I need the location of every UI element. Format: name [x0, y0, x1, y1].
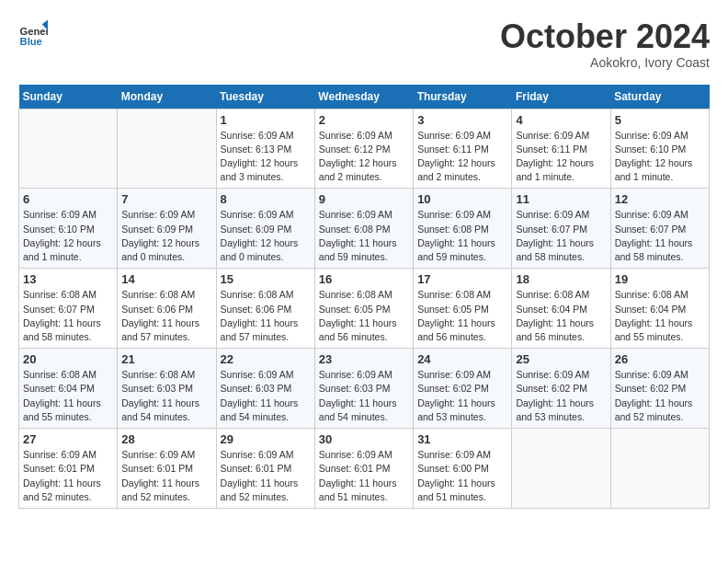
day-number: 3: [417, 113, 507, 127]
day-number: 24: [417, 352, 507, 366]
calendar-day-cell: [19, 109, 118, 189]
calendar-day-cell: 20Sunrise: 6:08 AM Sunset: 6:04 PM Dayli…: [19, 349, 118, 429]
day-info: Sunrise: 6:09 AM Sunset: 6:03 PM Dayligh…: [221, 368, 311, 424]
day-of-week-header: Thursday: [414, 85, 512, 109]
day-info: Sunrise: 6:08 AM Sunset: 6:06 PM Dayligh…: [121, 288, 211, 344]
calendar-day-cell: [610, 429, 709, 509]
day-number: 8: [221, 192, 311, 206]
location-subtitle: Aokokro, Ivory Coast: [500, 55, 710, 70]
day-number: 18: [516, 272, 606, 286]
day-number: 11: [516, 192, 606, 206]
calendar-day-cell: 29Sunrise: 6:09 AM Sunset: 6:01 PM Dayli…: [216, 429, 314, 509]
day-number: 4: [516, 113, 606, 127]
day-number: 2: [319, 113, 409, 127]
day-info: Sunrise: 6:09 AM Sunset: 6:07 PM Dayligh…: [615, 208, 705, 264]
day-number: 7: [121, 192, 211, 206]
logo: General Blue: [18, 18, 48, 48]
day-number: 29: [221, 432, 311, 446]
day-info: Sunrise: 6:09 AM Sunset: 6:02 PM Dayligh…: [417, 368, 507, 424]
day-info: Sunrise: 6:09 AM Sunset: 6:09 PM Dayligh…: [221, 208, 311, 264]
calendar-day-cell: 7Sunrise: 6:09 AM Sunset: 6:09 PM Daylig…: [118, 189, 216, 269]
day-info: Sunrise: 6:09 AM Sunset: 6:01 PM Dayligh…: [319, 448, 409, 504]
calendar-day-cell: 25Sunrise: 6:09 AM Sunset: 6:02 PM Dayli…: [512, 349, 610, 429]
calendar-day-cell: 22Sunrise: 6:09 AM Sunset: 6:03 PM Dayli…: [216, 349, 314, 429]
day-info: Sunrise: 6:09 AM Sunset: 6:11 PM Dayligh…: [516, 129, 606, 185]
calendar-day-cell: 31Sunrise: 6:09 AM Sunset: 6:00 PM Dayli…: [414, 429, 512, 509]
calendar-day-cell: 3Sunrise: 6:09 AM Sunset: 6:11 PM Daylig…: [414, 109, 512, 189]
calendar-day-cell: 13Sunrise: 6:08 AM Sunset: 6:07 PM Dayli…: [19, 269, 118, 349]
calendar-day-cell: 9Sunrise: 6:09 AM Sunset: 6:08 PM Daylig…: [314, 189, 413, 269]
svg-text:Blue: Blue: [20, 36, 42, 47]
day-info: Sunrise: 6:09 AM Sunset: 6:03 PM Dayligh…: [319, 368, 409, 424]
day-number: 5: [615, 113, 705, 127]
day-number: 27: [23, 432, 113, 446]
calendar-day-cell: 17Sunrise: 6:08 AM Sunset: 6:05 PM Dayli…: [414, 269, 512, 349]
day-number: 15: [221, 272, 311, 286]
day-info: Sunrise: 6:08 AM Sunset: 6:04 PM Dayligh…: [516, 288, 606, 344]
day-number: 20: [23, 352, 113, 366]
day-of-week-header: Tuesday: [216, 85, 314, 109]
day-number: 31: [417, 432, 507, 446]
day-number: 14: [121, 272, 211, 286]
calendar-day-cell: 16Sunrise: 6:08 AM Sunset: 6:05 PM Dayli…: [314, 269, 413, 349]
day-of-week-header: Sunday: [19, 85, 118, 109]
calendar-week-row: 6Sunrise: 6:09 AM Sunset: 6:10 PM Daylig…: [19, 189, 710, 269]
calendar-week-row: 13Sunrise: 6:08 AM Sunset: 6:07 PM Dayli…: [19, 269, 710, 349]
day-info: Sunrise: 6:09 AM Sunset: 6:08 PM Dayligh…: [417, 208, 507, 264]
day-number: 25: [516, 352, 606, 366]
calendar-day-cell: [512, 429, 610, 509]
calendar-day-cell: 11Sunrise: 6:09 AM Sunset: 6:07 PM Dayli…: [512, 189, 610, 269]
day-info: Sunrise: 6:09 AM Sunset: 6:10 PM Dayligh…: [23, 208, 113, 264]
calendar-day-cell: 6Sunrise: 6:09 AM Sunset: 6:10 PM Daylig…: [19, 189, 118, 269]
calendar-week-row: 1Sunrise: 6:09 AM Sunset: 6:13 PM Daylig…: [19, 109, 710, 189]
day-info: Sunrise: 6:09 AM Sunset: 6:11 PM Dayligh…: [417, 129, 507, 185]
calendar-day-cell: 8Sunrise: 6:09 AM Sunset: 6:09 PM Daylig…: [216, 189, 314, 269]
day-number: 6: [23, 192, 113, 206]
title-block: October 2024 Aokokro, Ivory Coast: [500, 18, 710, 70]
calendar-day-cell: 14Sunrise: 6:08 AM Sunset: 6:06 PM Dayli…: [118, 269, 216, 349]
day-number: 13: [23, 272, 113, 286]
calendar-day-cell: 5Sunrise: 6:09 AM Sunset: 6:10 PM Daylig…: [610, 109, 709, 189]
calendar-day-cell: 1Sunrise: 6:09 AM Sunset: 6:13 PM Daylig…: [216, 109, 314, 189]
day-info: Sunrise: 6:09 AM Sunset: 6:07 PM Dayligh…: [516, 208, 606, 264]
day-info: Sunrise: 6:09 AM Sunset: 6:01 PM Dayligh…: [121, 448, 211, 504]
day-number: 17: [417, 272, 507, 286]
calendar-day-cell: 21Sunrise: 6:08 AM Sunset: 6:03 PM Dayli…: [118, 349, 216, 429]
day-number: 30: [319, 432, 409, 446]
svg-text:General: General: [20, 26, 48, 37]
page-header: General Blue October 2024 Aokokro, Ivory…: [18, 18, 710, 70]
calendar-header-row: SundayMondayTuesdayWednesdayThursdayFrid…: [19, 85, 710, 109]
day-info: Sunrise: 6:09 AM Sunset: 6:13 PM Dayligh…: [221, 129, 311, 185]
calendar-day-cell: 15Sunrise: 6:08 AM Sunset: 6:06 PM Dayli…: [216, 269, 314, 349]
calendar-day-cell: 12Sunrise: 6:09 AM Sunset: 6:07 PM Dayli…: [610, 189, 709, 269]
day-number: 23: [319, 352, 409, 366]
day-of-week-header: Friday: [512, 85, 610, 109]
month-title: October 2024: [500, 18, 710, 55]
day-number: 28: [121, 432, 211, 446]
day-info: Sunrise: 6:08 AM Sunset: 6:05 PM Dayligh…: [319, 288, 409, 344]
day-info: Sunrise: 6:08 AM Sunset: 6:05 PM Dayligh…: [417, 288, 507, 344]
day-number: 9: [319, 192, 409, 206]
calendar-table: SundayMondayTuesdayWednesdayThursdayFrid…: [18, 85, 710, 509]
calendar-day-cell: 28Sunrise: 6:09 AM Sunset: 6:01 PM Dayli…: [118, 429, 216, 509]
day-info: Sunrise: 6:09 AM Sunset: 6:01 PM Dayligh…: [23, 448, 113, 504]
calendar-day-cell: 23Sunrise: 6:09 AM Sunset: 6:03 PM Dayli…: [314, 349, 413, 429]
day-info: Sunrise: 6:08 AM Sunset: 6:04 PM Dayligh…: [23, 368, 113, 424]
day-info: Sunrise: 6:08 AM Sunset: 6:07 PM Dayligh…: [23, 288, 113, 344]
day-info: Sunrise: 6:09 AM Sunset: 6:08 PM Dayligh…: [319, 208, 409, 264]
day-info: Sunrise: 6:09 AM Sunset: 6:02 PM Dayligh…: [516, 368, 606, 424]
day-of-week-header: Wednesday: [314, 85, 413, 109]
calendar-day-cell: 18Sunrise: 6:08 AM Sunset: 6:04 PM Dayli…: [512, 269, 610, 349]
day-number: 16: [319, 272, 409, 286]
calendar-day-cell: 30Sunrise: 6:09 AM Sunset: 6:01 PM Dayli…: [314, 429, 413, 509]
day-of-week-header: Monday: [118, 85, 216, 109]
day-info: Sunrise: 6:08 AM Sunset: 6:04 PM Dayligh…: [615, 288, 705, 344]
day-number: 21: [121, 352, 211, 366]
calendar-body: 1Sunrise: 6:09 AM Sunset: 6:13 PM Daylig…: [19, 109, 710, 508]
day-info: Sunrise: 6:08 AM Sunset: 6:06 PM Dayligh…: [221, 288, 311, 344]
day-number: 12: [615, 192, 705, 206]
logo-icon: General Blue: [18, 18, 48, 48]
calendar-day-cell: 27Sunrise: 6:09 AM Sunset: 6:01 PM Dayli…: [19, 429, 118, 509]
day-info: Sunrise: 6:09 AM Sunset: 6:09 PM Dayligh…: [121, 208, 211, 264]
calendar-day-cell: 4Sunrise: 6:09 AM Sunset: 6:11 PM Daylig…: [512, 109, 610, 189]
